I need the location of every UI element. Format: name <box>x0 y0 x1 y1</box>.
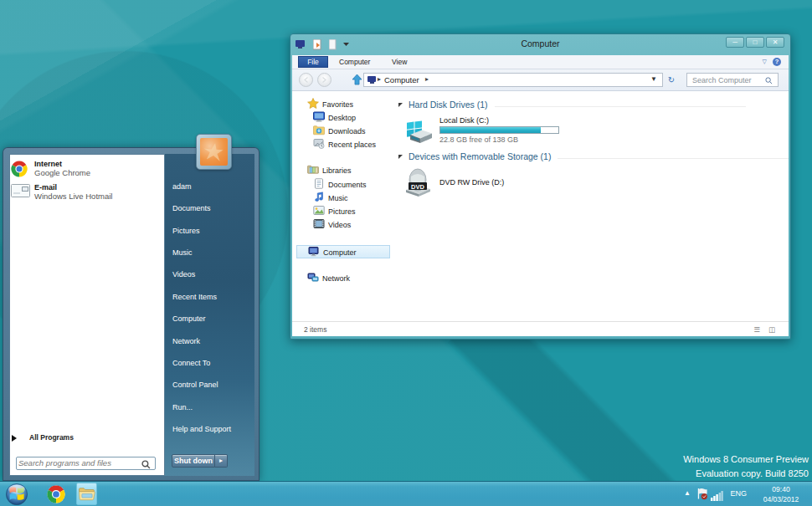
svg-text:DVD: DVD <box>411 183 424 191</box>
